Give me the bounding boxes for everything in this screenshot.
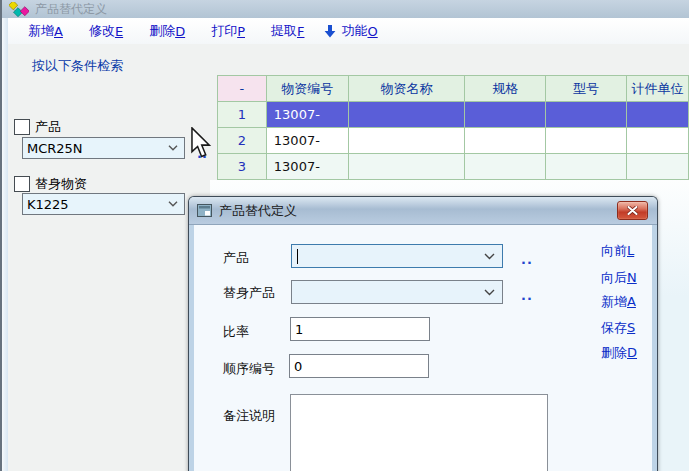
product-substitute-dialog: 产品替代定义 产品 .. 替身产品 .. 比率 bbox=[188, 196, 658, 471]
close-button[interactable] bbox=[617, 201, 648, 220]
product-filter-row: 产品 bbox=[14, 118, 61, 136]
dialog-link-delete[interactable]: 删除D bbox=[601, 344, 637, 362]
chevron-down-icon bbox=[484, 289, 495, 296]
dialog-link-add[interactable]: 新增A bbox=[601, 293, 636, 311]
app-window: 产品替代定义 新增A 修改E 删除D 打印P 提取F 功能O 按以下条件检索 产… bbox=[0, 0, 689, 471]
cell-model[interactable] bbox=[546, 154, 627, 180]
col-header-code[interactable]: 物资编号 bbox=[266, 76, 348, 102]
cell-spec[interactable] bbox=[465, 102, 546, 128]
main-titlebar: 产品替代定义 bbox=[2, 0, 689, 18]
dialog-titlebar: 产品替代定义 bbox=[189, 197, 657, 225]
dialog-substitute-label: 替身产品 bbox=[223, 284, 275, 302]
dialog-icon bbox=[197, 204, 212, 217]
product-filter-value: MCR25N bbox=[27, 141, 83, 156]
menu-print[interactable]: 打印P bbox=[211, 22, 245, 40]
col-header-name[interactable]: 物资名称 bbox=[348, 76, 465, 102]
dialog-sequence-label: 顺序编号 bbox=[223, 360, 275, 378]
cell-model[interactable] bbox=[546, 128, 627, 154]
menu-function[interactable]: 功能O bbox=[324, 22, 377, 40]
app-icon bbox=[9, 2, 29, 17]
dialog-substitute-browse-link[interactable]: .. bbox=[521, 288, 533, 303]
materials-table: - 物资编号 物资名称 规格 型号 计件单位 1 13007- 2 13007-… bbox=[217, 75, 689, 180]
row-number[interactable]: 2 bbox=[218, 128, 267, 154]
dialog-title: 产品替代定义 bbox=[219, 202, 297, 220]
cell-code[interactable]: 13007- bbox=[266, 154, 348, 180]
text-caret bbox=[297, 249, 298, 264]
col-header-index[interactable]: - bbox=[218, 76, 267, 102]
cell-name[interactable] bbox=[348, 128, 465, 154]
window-left-frame bbox=[2, 0, 8, 471]
substitute-filter-row: 替身物资 bbox=[14, 175, 87, 193]
table-row[interactable]: 1 13007- bbox=[218, 102, 689, 128]
dialog-product-label: 产品 bbox=[223, 249, 249, 267]
down-arrow-icon bbox=[324, 25, 336, 38]
substitute-checkbox-label: 替身物资 bbox=[35, 175, 87, 193]
dialog-ratio-label: 比率 bbox=[223, 323, 249, 341]
cell-model[interactable] bbox=[546, 102, 627, 128]
chevron-down-icon bbox=[484, 253, 495, 260]
toolbar: 新增A 修改E 删除D 打印P 提取F 功能O bbox=[8, 18, 689, 44]
dialog-remark-label: 备注说明 bbox=[223, 407, 275, 425]
cell-spec[interactable] bbox=[465, 128, 546, 154]
dialog-remark-textarea[interactable] bbox=[290, 394, 548, 471]
cell-unit[interactable] bbox=[627, 154, 689, 180]
table-row[interactable]: 3 13007- bbox=[218, 154, 689, 180]
dialog-link-save[interactable]: 保存S bbox=[601, 319, 635, 337]
col-header-model[interactable]: 型号 bbox=[546, 76, 627, 102]
cell-name[interactable] bbox=[348, 154, 465, 180]
product-checkbox-label: 产品 bbox=[35, 118, 61, 136]
chevron-down-icon bbox=[168, 201, 178, 207]
search-conditions-label: 按以下条件检索 bbox=[32, 57, 123, 75]
cell-spec[interactable] bbox=[465, 154, 546, 180]
close-icon bbox=[627, 206, 638, 215]
menu-extract[interactable]: 提取F bbox=[271, 22, 304, 40]
row-number[interactable]: 1 bbox=[218, 102, 267, 128]
dialog-link-previous[interactable]: 向前L bbox=[601, 242, 634, 260]
dialog-substitute-combobox[interactable] bbox=[291, 280, 503, 304]
main-window-title: 产品替代定义 bbox=[35, 1, 107, 18]
menu-edit[interactable]: 修改E bbox=[89, 22, 123, 40]
product-checkbox[interactable] bbox=[14, 119, 30, 135]
row-number[interactable]: 3 bbox=[218, 154, 267, 180]
dialog-body: 产品 .. 替身产品 .. 比率 顺序编号 备注说明 向前L 向后N 新增A 保… bbox=[194, 225, 652, 471]
dialog-product-browse-link[interactable]: .. bbox=[521, 252, 533, 267]
chevron-down-icon bbox=[168, 145, 178, 151]
substitute-filter-combobox[interactable]: K1225 bbox=[22, 193, 185, 215]
dialog-sequence-input[interactable] bbox=[289, 354, 429, 378]
menu-add[interactable]: 新增A bbox=[28, 22, 63, 40]
dialog-product-combobox[interactable] bbox=[291, 244, 503, 268]
dialog-link-next[interactable]: 向后N bbox=[601, 269, 637, 287]
table-row[interactable]: 2 13007- bbox=[218, 128, 689, 154]
mouse-cursor bbox=[190, 127, 213, 159]
dialog-ratio-input[interactable] bbox=[290, 317, 430, 341]
product-filter-combobox[interactable]: MCR25N bbox=[22, 137, 185, 159]
cell-unit[interactable] bbox=[627, 102, 689, 128]
cell-code[interactable]: 13007- bbox=[266, 128, 348, 154]
cell-name[interactable] bbox=[348, 102, 465, 128]
substitute-filter-value: K1225 bbox=[27, 197, 69, 212]
col-header-unit[interactable]: 计件单位 bbox=[627, 76, 689, 102]
menu-delete[interactable]: 删除D bbox=[149, 22, 185, 40]
table-header-row: - 物资编号 物资名称 规格 型号 计件单位 bbox=[218, 76, 689, 102]
cell-code[interactable]: 13007- bbox=[266, 102, 348, 128]
cell-unit[interactable] bbox=[627, 128, 689, 154]
substitute-checkbox[interactable] bbox=[14, 176, 30, 192]
col-header-spec[interactable]: 规格 bbox=[465, 76, 546, 102]
